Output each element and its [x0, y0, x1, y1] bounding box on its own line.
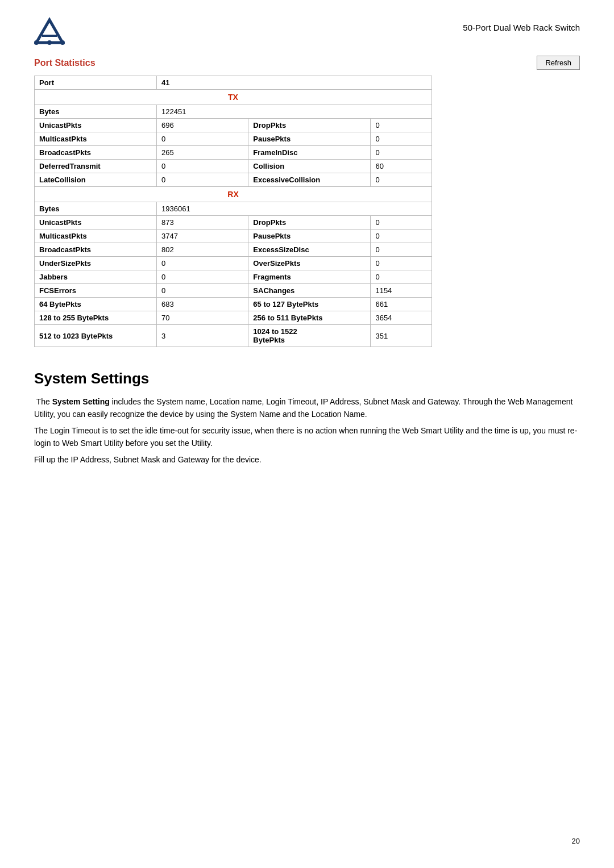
table-row: LateCollision 0 ExcessiveCollision 0	[35, 173, 432, 187]
system-settings-para2: The Login Timeout is to set the idle tim…	[34, 424, 580, 450]
rx-512to1023-label: 512 to 1023 BytePkts	[35, 325, 157, 347]
tx-unicast-label: UnicastPkts	[35, 119, 157, 132]
rx-bytes-value: 1936061	[157, 202, 432, 216]
tx-frameindisc-label: FrameInDisc	[248, 146, 371, 160]
svg-point-2	[47, 40, 52, 45]
rx-bytes-label: Bytes	[35, 202, 157, 216]
rx-heading-row: RX	[35, 187, 432, 202]
rx-sachanges-label: SAChanges	[248, 284, 371, 298]
system-settings-para3: Fill up the IP Address, Subnet Mask and …	[34, 453, 580, 466]
section-header: Port Statistics Refresh	[34, 56, 580, 70]
bold-term: System Setting	[52, 397, 110, 406]
table-row: UnicastPkts 696 DropPkts 0	[35, 119, 432, 132]
tx-deferred-value: 0	[157, 160, 248, 173]
rx-droppkts-label: DropPkts	[248, 216, 371, 229]
tx-latecollision-value: 0	[157, 173, 248, 187]
rx-sachanges-value: 1154	[371, 284, 432, 298]
table-row: DeferredTransmit 0 Collision 60	[35, 160, 432, 173]
rx-fragments-value: 0	[371, 270, 432, 284]
port-label: Port	[35, 76, 157, 90]
tx-label: TX	[35, 90, 432, 105]
tx-droppkts-label: DropPkts	[248, 119, 371, 132]
rx-excesssizedisc-label: ExcessSizeDisc	[248, 243, 371, 257]
device-title: 50-Port Dual Web Rack Switch	[463, 23, 580, 32]
table-row: BroadcastPkts 802 ExcessSizeDisc 0	[35, 243, 432, 257]
table-row: Port 41	[35, 76, 432, 90]
rx-1024to1522-label: 1024 to 1522BytePkts	[248, 325, 371, 347]
table-row: UnicastPkts 873 DropPkts 0	[35, 216, 432, 229]
rx-label: RX	[35, 187, 432, 202]
rx-64bytepkts-label: 64 BytePkts	[35, 298, 157, 311]
rx-pausepkts-value: 0	[371, 229, 432, 243]
page-header: 50-Port Dual Web Rack Switch	[34, 17, 580, 50]
svg-marker-0	[36, 20, 63, 43]
rx-undersizepkts-label: UnderSizePkts	[35, 257, 157, 270]
rx-jabbers-value: 0	[157, 270, 248, 284]
rx-droppkts-value: 0	[371, 216, 432, 229]
table-row: MulticastPkts 0 PausePkts 0	[35, 132, 432, 146]
port-statistics-title: Port Statistics	[34, 58, 96, 68]
system-settings-section: System Settings The System Setting inclu…	[34, 370, 580, 466]
tx-bytes-label: Bytes	[35, 105, 157, 119]
rx-fcserrors-label: FCSErrors	[35, 284, 157, 298]
table-row: UnderSizePkts 0 OverSizePkts 0	[35, 257, 432, 270]
rx-256to511-value: 3654	[371, 311, 432, 325]
tx-bytes-value: 122451	[157, 105, 432, 119]
system-settings-title: System Settings	[34, 370, 580, 387]
page-number: 20	[572, 837, 580, 845]
rx-broadcast-value: 802	[157, 243, 248, 257]
tx-deferred-label: DeferredTransmit	[35, 160, 157, 173]
rx-fragments-label: Fragments	[248, 270, 371, 284]
port-statistics-table: Port 41 TX Bytes 122451 UnicastPkts 696 …	[34, 76, 432, 347]
table-row: 512 to 1023 BytePkts 3 1024 to 1522ByteP…	[35, 325, 432, 347]
refresh-button[interactable]: Refresh	[537, 56, 580, 70]
rx-64bytepkts-value: 683	[157, 298, 248, 311]
rx-broadcast-label: BroadcastPkts	[35, 243, 157, 257]
rx-excesssizedisc-value: 0	[371, 243, 432, 257]
rx-multicast-value: 3747	[157, 229, 248, 243]
tx-droppkts-value: 0	[371, 119, 432, 132]
table-row: 64 BytePkts 683 65 to 127 BytePkts 661	[35, 298, 432, 311]
tx-collision-label: Collision	[248, 160, 371, 173]
rx-1024to1522-value: 351	[371, 325, 432, 347]
system-settings-body: The System Setting includes the System n…	[34, 395, 580, 466]
table-row: Bytes 1936061	[35, 202, 432, 216]
table-row: BroadcastPkts 265 FrameInDisc 0	[35, 146, 432, 160]
tx-pausepkts-label: PausePkts	[248, 132, 371, 146]
port-value: 41	[157, 76, 432, 90]
rx-jabbers-label: Jabbers	[35, 270, 157, 284]
table-row: Jabbers 0 Fragments 0	[35, 270, 432, 284]
rx-65to127-value: 661	[371, 298, 432, 311]
rx-oversizepkts-label: OverSizePkts	[248, 257, 371, 270]
svg-point-3	[34, 40, 39, 45]
table-row: FCSErrors 0 SAChanges 1154	[35, 284, 432, 298]
rx-fcserrors-value: 0	[157, 284, 248, 298]
rx-256to511-label: 256 to 511 BytePkts	[248, 311, 371, 325]
tx-broadcast-value: 265	[157, 146, 248, 160]
svg-point-4	[60, 40, 65, 45]
rx-65to127-label: 65 to 127 BytePkts	[248, 298, 371, 311]
rx-undersizepkts-value: 0	[157, 257, 248, 270]
system-settings-para1: The System Setting includes the System n…	[34, 395, 580, 421]
tx-excessivecollision-label: ExcessiveCollision	[248, 173, 371, 187]
tx-broadcast-label: BroadcastPkts	[35, 146, 157, 160]
tx-collision-value: 60	[371, 160, 432, 173]
table-row: MulticastPkts 3747 PausePkts 0	[35, 229, 432, 243]
rx-pausepkts-label: PausePkts	[248, 229, 371, 243]
rx-128to255-label: 128 to 255 BytePkts	[35, 311, 157, 325]
rx-oversizepkts-value: 0	[371, 257, 432, 270]
rx-unicast-value: 873	[157, 216, 248, 229]
rx-128to255-value: 70	[157, 311, 248, 325]
tx-multicast-value: 0	[157, 132, 248, 146]
rx-multicast-label: MulticastPkts	[35, 229, 157, 243]
rx-512to1023-value: 3	[157, 325, 248, 347]
logo	[34, 17, 65, 50]
tx-latecollision-label: LateCollision	[35, 173, 157, 187]
tx-unicast-value: 696	[157, 119, 248, 132]
tx-frameindisc-value: 0	[371, 146, 432, 160]
rx-unicast-label: UnicastPkts	[35, 216, 157, 229]
table-row: 128 to 255 BytePkts 70 256 to 511 BytePk…	[35, 311, 432, 325]
tx-heading-row: TX	[35, 90, 432, 105]
table-row: Bytes 122451	[35, 105, 432, 119]
tx-excessivecollision-value: 0	[371, 173, 432, 187]
